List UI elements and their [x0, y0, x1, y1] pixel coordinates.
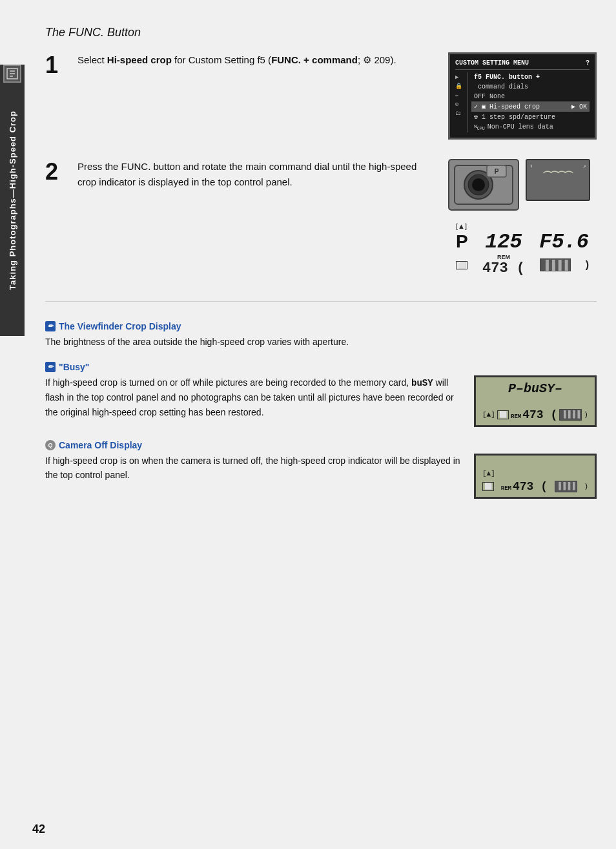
note-camera-off: Q Camera Off Display If high-speed crop …	[45, 440, 597, 499]
lcd-rem-label: REM	[497, 254, 510, 260]
camera-body-illustration: P ⬆↗ ⁀⁀⁀⁀	[448, 159, 597, 211]
note-busy-body: If high-speed crop is turned on or off w…	[45, 375, 461, 419]
cam-shutter-aperture: ⁀⁀⁀⁀	[529, 171, 586, 182]
note-busy-title-text: "Busy"	[59, 362, 90, 372]
menu-nav-icon-4: ⚙	[455, 101, 464, 108]
note-camera-off-title: Q Camera Off Display	[45, 440, 597, 450]
lcd-busy-rem-label: REM	[511, 414, 521, 420]
lcd-busy-bracket-up: [▲]	[482, 411, 495, 419]
svg-point-7	[472, 178, 485, 191]
step-1-number: 1	[45, 54, 65, 77]
note-busy: ✏ "Busy" If high-speed crop is turned on…	[45, 362, 597, 427]
menu-item-4: ☢ 1 step spd/aperture	[471, 112, 590, 122]
lcd-busy-bracket-sq: ⬜	[497, 410, 509, 419]
step-2-row: 2 Press the FUNC. button and rotate the …	[45, 159, 597, 282]
step-1-image: CUSTOM SETTING MENU ? ▶ 🔒 ✏ ⚙ 🗂 f5 FUNC.…	[448, 52, 597, 140]
step-1-text: Select Hi-speed crop for Custom Setting …	[77, 52, 435, 68]
note-camera-off-body: If high-speed crop is on when the camera…	[45, 454, 461, 483]
lcd-minimal-bottom: ⬜ REM 473 ( ▐▐▐▐ )	[482, 480, 588, 493]
note-viewfinder: ✏ The Viewfinder Crop Display The bright…	[45, 321, 597, 349]
lcd-minimal-rem-value: 473 (	[513, 480, 548, 493]
lcd-small-busy: P–buSY– [▲] ⬜ REM 473 ( ▐▐▐▐ )	[474, 375, 597, 427]
sidebar-icon	[3, 65, 21, 83]
page-number: 42	[32, 823, 45, 836]
note-busy-content: If high-speed crop is turned on or off w…	[45, 375, 597, 427]
camera-body: P	[448, 159, 519, 211]
section-title: The FUNC. Button	[45, 26, 597, 39]
lcd-left-icons: ⬜	[456, 261, 467, 269]
menu-header: CUSTOM SETTING MENU ?	[455, 59, 590, 70]
step-2-image: P ⬆↗ ⁀⁀⁀⁀	[448, 159, 597, 282]
menu-item-3: ✓ ▣ Hi-speed crop ▶ OK	[471, 101, 590, 112]
menu-nav-icon-5: 🗂	[455, 110, 464, 117]
lcd-minimal-rem: REM 473 (	[501, 480, 548, 493]
menu-item-1: f5 FUNC. button +	[471, 72, 590, 82]
lcd-main-row: P 125 F5.6	[456, 230, 589, 254]
cam-top-indicators: ⬆↗	[529, 163, 586, 169]
lcd-busy-display: P–buSY– [▲] ⬜ REM 473 ( ▐▐▐▐ )	[474, 375, 597, 427]
lcd-bottom-row: ⬜ REM 473 ( ▐▐▐▐ )	[456, 254, 589, 277]
menu-nav-icon-3: ✏	[455, 92, 464, 99]
menu-item-5: NCPU Non-CPU lens data	[471, 122, 590, 132]
lcd-minimal-top-bracket: [▲]	[482, 470, 588, 477]
sidebar-tab: Taking Photographs—High-Speed Crop	[0, 65, 25, 336]
lcd-paren-close: )	[586, 259, 589, 271]
lcd-bracket-icon: ⬜	[456, 261, 467, 269]
lcd-top-row: [▲]	[456, 222, 589, 230]
lcd-minimal-paren: )	[584, 483, 588, 490]
menu-item-3-label: ✓ ▣ Hi-speed crop	[474, 103, 540, 110]
step-1-bold-2: FUNC. + command	[271, 54, 358, 65]
note-busy-title: ✏ "Busy"	[45, 362, 597, 372]
lcd-minimal-bracket-sq: ⬜	[482, 482, 494, 491]
lcd-busy-top: P–buSY–	[482, 381, 588, 396]
lcd-bracket-up: [▲]	[456, 222, 467, 230]
note-camera-off-content: If high-speed crop is on when the camera…	[45, 454, 597, 499]
lcd-busy-left: [▲] ⬜	[482, 410, 509, 419]
step-1-bold-1: Hi-speed crop	[107, 54, 172, 65]
busy-code: buSY	[411, 378, 433, 388]
lcd-minimal: [▲] ⬜ REM 473 ( ▐▐▐▐ )	[474, 454, 597, 499]
lcd-busy-bottom: [▲] ⬜ REM 473 ( ▐▐▐▐ )	[482, 408, 588, 421]
lcd-main-display: [▲] P 125 F5.6 ⬜ REM	[448, 217, 597, 282]
menu-nav-icon-2: 🔒	[455, 83, 464, 90]
lcd-minimal-battery: ▐▐▐▐	[555, 481, 577, 492]
lcd-minimal-rem-label: REM	[501, 485, 511, 492]
step-2-number: 2	[45, 160, 65, 183]
step-1-row: 1 Select Hi-speed crop for Custom Settin…	[45, 52, 597, 140]
menu-item-2: OFF None	[471, 92, 590, 101]
lcd-aperture: F5.6	[539, 230, 589, 254]
lcd-busy-battery: ▐▐▐▐	[559, 409, 582, 421]
note-viewfinder-title-text: The Viewfinder Crop Display	[59, 321, 181, 331]
pencil-icon-2: ✏	[45, 362, 56, 372]
step-2-text: Press the FUNC. button and rotate the ma…	[77, 159, 435, 190]
lcd-display-container: [▲] P 125 F5.6 ⬜ REM	[448, 217, 597, 282]
note-viewfinder-body: The brightness of the area outside the h…	[45, 335, 597, 349]
lcd-minimal-display: [▲] ⬜ REM 473 ( ▐▐▐▐ )	[474, 454, 597, 499]
lcd-busy-rem-value: 473 (	[522, 408, 557, 421]
camera-off-icon: Q	[45, 440, 56, 450]
menu-help-icon: ?	[586, 59, 590, 67]
note-camera-off-title-text: Camera Off Display	[59, 440, 142, 450]
menu-title: CUSTOM SETTING MENU	[455, 59, 529, 67]
lcd-rem-section: REM 473 (	[482, 254, 525, 277]
camera-menu: CUSTOM SETTING MENU ? ▶ 🔒 ✏ ⚙ 🗂 f5 FUNC.…	[448, 52, 597, 140]
pencil-icon-1: ✏	[45, 321, 56, 331]
lcd-battery: ▐▐▐▐	[540, 258, 571, 271]
lcd-mode: P	[456, 231, 468, 252]
menu-item-3-ok: ▶ OK	[571, 103, 587, 110]
svg-text:P: P	[495, 168, 499, 175]
menu-item-1b: command dials	[471, 82, 590, 92]
lcd-minimal-left: ⬜	[482, 482, 494, 491]
main-content: The FUNC. Button 1 Select Hi-speed crop …	[32, 0, 616, 538]
lcd-rem-value: 473 (	[482, 260, 525, 277]
menu-nav-icon-1: ▶	[455, 74, 464, 81]
note-viewfinder-title: ✏ The Viewfinder Crop Display	[45, 321, 597, 331]
lcd-shutter: 125	[485, 230, 522, 254]
lcd-busy-paren: )	[584, 411, 588, 419]
divider-1	[45, 301, 597, 302]
sidebar-label: Taking Photographs—High-Speed Crop	[8, 110, 17, 290]
lcd-busy-rem: REM 473 (	[511, 408, 557, 421]
